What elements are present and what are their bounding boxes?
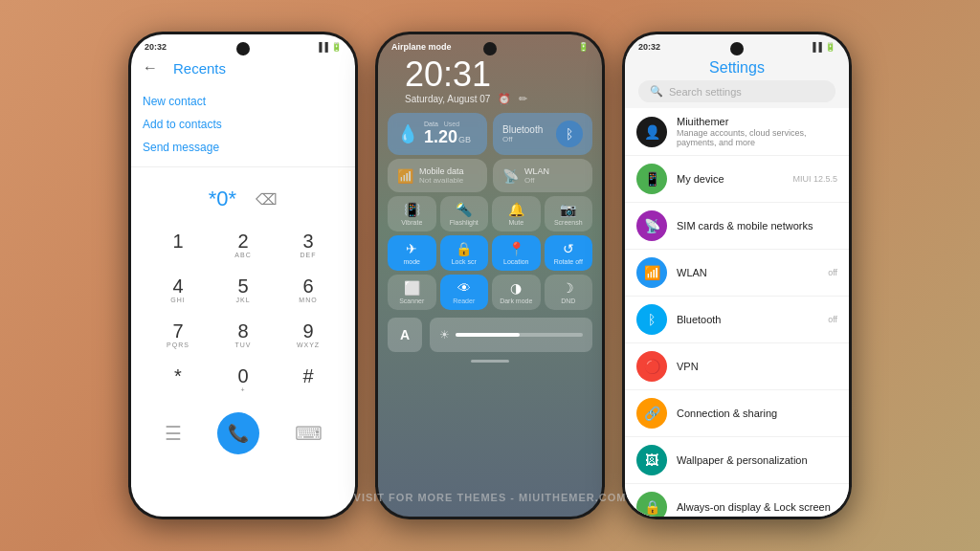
settings-item-vpn[interactable]: 🔴 VPN <box>625 343 849 390</box>
wlan-tile[interactable]: 📡 WLAN Off <box>493 159 592 192</box>
dialpad-input: *0* ⌫ <box>131 167 355 219</box>
settings-item-miuithemer[interactable]: 👤 Miuithemer Manage accounts, cloud serv… <box>625 108 849 156</box>
wlan-tile-text: WLAN Off <box>524 166 549 185</box>
add-to-contacts-link[interactable]: Add to contacts <box>143 113 344 136</box>
brightness-fill <box>456 333 520 337</box>
dial-key-4[interactable]: 4 GHI <box>146 268 210 311</box>
location-tile[interactable]: 📍 Location <box>492 235 541 271</box>
alarm-icon: ⏰ <box>498 93 511 105</box>
sim-icon: 📡 <box>636 210 667 241</box>
search-icon: 🔍 <box>650 85 663 98</box>
dial-key-5[interactable]: 5 JKL <box>212 268 275 311</box>
wlan-status: Off <box>524 176 549 185</box>
back-arrow-icon[interactable]: ← <box>143 59 158 77</box>
screenshot-icon: 📷 <box>560 202 576 217</box>
data-tile[interactable]: 💧 Data Used 1.20 GB <box>388 113 487 155</box>
screenshot-tile[interactable]: 📷 Screensh <box>545 196 593 231</box>
rotate-tile[interactable]: ↺ Rotate off <box>545 235 593 271</box>
bluetooth-label: Bluetooth <box>502 124 543 135</box>
settings-list: 👤 Miuithemer Manage accounts, cloud serv… <box>625 108 849 517</box>
vibrate-icon: 📳 <box>404 202 420 217</box>
cc-action-grid: ✈ mode 🔒 Lock scr 📍 Location ↺ Rotate of… <box>378 235 602 275</box>
keyboard-icon[interactable]: ⌨ <box>295 422 323 445</box>
water-drop-icon: 💧 <box>397 123 418 144</box>
aod-icon: 🔒 <box>636 492 667 517</box>
mute-tile[interactable]: 🔔 Mute <box>492 196 541 231</box>
phone-2-status-icons: 🔋 <box>578 42 589 52</box>
airplane-mode-tile[interactable]: ✈ mode <box>388 235 436 271</box>
settings-header: Settings 🔍 Search settings <box>625 55 849 108</box>
dialpad-delete-icon[interactable]: ⌫ <box>256 190 278 209</box>
data-unit: GB <box>458 135 471 144</box>
font-size-button[interactable]: A <box>388 318 422 352</box>
wlan-tile-content: 📡 WLAN Off <box>502 166 583 185</box>
wlan-settings-title: WLAN <box>677 267 818 278</box>
dnd-tile[interactable]: ☽ DND <box>545 275 593 310</box>
settings-item-mydevice[interactable]: 📱 My device MIUI 12.5.5 <box>625 156 849 203</box>
miuithemer-icon: 👤 <box>636 117 667 147</box>
lockscreen-tile[interactable]: 🔒 Lock scr <box>440 235 489 271</box>
dark-mode-tile[interactable]: ◑ Dark mode <box>492 275 541 310</box>
scanner-tile[interactable]: ⬜ Scanner <box>388 275 436 310</box>
data-label: Data <box>424 121 438 127</box>
mute-icon: 🔔 <box>508 202 524 217</box>
cc-action2-grid: ⬜ Scanner 👁 Reader ◑ Dark mode ☽ DND <box>378 275 602 314</box>
home-indicator[interactable] <box>471 360 509 363</box>
mobile-data-tile[interactable]: 📶 Mobile data Not available <box>388 159 487 192</box>
phone-3-time: 20:32 <box>638 42 660 52</box>
recents-links: New contact Add to contacts Send message <box>131 82 355 167</box>
dial-key-1[interactable]: 1 <box>146 223 210 266</box>
brightness-bar <box>456 333 583 337</box>
settings-item-wallpaper[interactable]: 🖼 Wallpaper & personalization <box>625 437 849 484</box>
phone-3-notch <box>730 42 744 55</box>
dial-key-0[interactable]: 0 + <box>212 358 275 401</box>
miuithemer-text: Miuithemer Manage accounts, cloud servic… <box>677 116 837 147</box>
bluetooth-settings-badge: off <box>828 315 837 324</box>
aod-text: Always-on display & Lock screen <box>677 501 837 513</box>
settings-search-bar[interactable]: 🔍 Search settings <box>638 80 835 102</box>
phone-2-screen: Airplane mode 🔋 20:31 Saturday, August 0… <box>378 34 602 517</box>
dial-key-7[interactable]: 7 PQRS <box>146 313 210 356</box>
call-button[interactable]: 📞 <box>217 412 259 454</box>
settings-item-connection[interactable]: 🔗 Connection & sharing <box>625 390 849 437</box>
brightness-icon: ☀ <box>439 328 450 342</box>
dial-key-3[interactable]: 3 DEF <box>277 223 340 266</box>
phone-3-status-icons: ▐▐ 🔋 <box>810 42 835 52</box>
vibrate-tile[interactable]: 📳 Vibrate <box>388 196 436 231</box>
settings-title: Settings <box>638 59 835 80</box>
settings-item-bluetooth[interactable]: ᛒ Bluetooth off <box>625 297 849 343</box>
flashlight-icon: 🔦 <box>456 202 472 217</box>
cc-tiles-top: 💧 Data Used 1.20 GB <box>378 113 602 159</box>
phone-2: Airplane mode 🔋 20:31 Saturday, August 0… <box>375 32 605 519</box>
dnd-icon: ☽ <box>562 280 574 296</box>
wlan-settings-icon: 📶 <box>636 257 667 288</box>
mobile-data-label: Mobile data <box>419 166 464 176</box>
settings-item-sim[interactable]: 📡 SIM cards & mobile networks <box>625 203 849 250</box>
dial-key-2[interactable]: 2 ABC <box>212 223 275 266</box>
new-contact-link[interactable]: New contact <box>143 90 344 113</box>
sim-text: SIM cards & mobile networks <box>677 220 837 231</box>
menu-icon[interactable]: ☰ <box>165 422 182 445</box>
cc-tiles-mid: 📶 Mobile data Not available 📡 WLAN Off <box>378 159 602 196</box>
airplane-icon: ✈ <box>406 241 417 256</box>
mobile-tile-text: Mobile data Not available <box>419 166 464 185</box>
flashlight-tile[interactable]: 🔦 Flashlight <box>440 196 489 231</box>
dial-key-8[interactable]: 8 TUV <box>212 313 275 356</box>
reader-tile[interactable]: 👁 Reader <box>440 275 489 310</box>
settings-item-aod[interactable]: 🔒 Always-on display & Lock screen <box>625 484 849 517</box>
dial-key-6[interactable]: 6 MNO <box>277 268 340 311</box>
wlan-settings-text: WLAN <box>677 267 818 278</box>
bluetooth-status: Off <box>502 135 543 143</box>
dial-key-star[interactable]: * <box>146 358 210 401</box>
dial-key-9[interactable]: 9 WXYZ <box>277 313 340 356</box>
send-message-link[interactable]: Send message <box>143 136 344 159</box>
bluetooth-tile[interactable]: Bluetooth Off ᛒ <box>493 113 592 155</box>
miuithemer-sub: Manage accounts, cloud services, payment… <box>677 128 837 147</box>
recents-header: ← Recents <box>131 55 355 82</box>
data-tile-content: 💧 Data Used 1.20 GB <box>397 121 478 147</box>
lock-icon: 🔒 <box>456 241 472 256</box>
mobile-tile-content: 📶 Mobile data Not available <box>397 166 478 185</box>
dial-key-hash[interactable]: # <box>277 358 340 401</box>
settings-item-wlan[interactable]: 📶 WLAN off <box>625 250 849 297</box>
brightness-slider[interactable]: ☀ <box>430 318 592 352</box>
